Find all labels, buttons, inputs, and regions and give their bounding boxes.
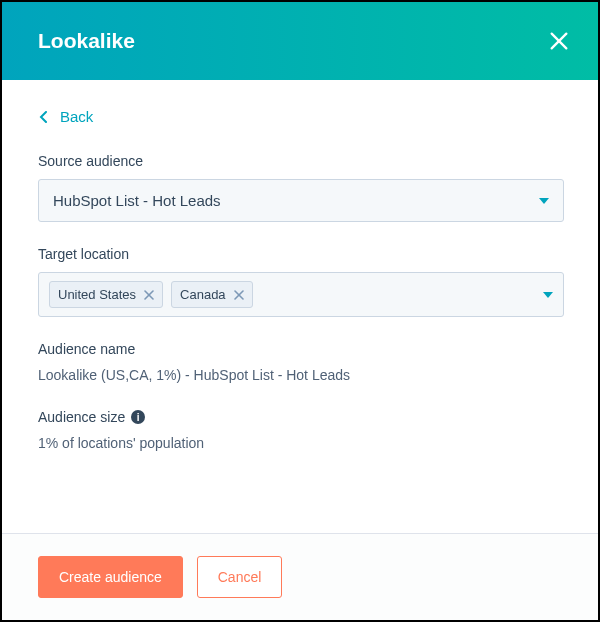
audience-name-value: Lookalike (US,CA, 1%) - HubSpot List - H… (38, 367, 564, 383)
chevron-down-icon (539, 198, 549, 204)
audience-size-label: Audience size (38, 409, 125, 425)
target-location-chips: United States Canada (49, 281, 253, 308)
cancel-button[interactable]: Cancel (197, 556, 283, 598)
back-link[interactable]: Back (38, 108, 93, 125)
modal-header: Lookalike (2, 2, 598, 80)
chip-remove-icon[interactable] (234, 290, 244, 300)
chevron-down-icon (543, 292, 553, 298)
target-location-label: Target location (38, 246, 564, 262)
audience-size-value: 1% of locations' population (38, 435, 564, 451)
source-audience-label: Source audience (38, 153, 564, 169)
modal-title: Lookalike (38, 29, 135, 53)
source-audience-value: HubSpot List - Hot Leads (53, 192, 221, 209)
target-location-select[interactable]: United States Canada (38, 272, 564, 317)
chevron-left-icon (38, 111, 50, 123)
modal-content: Back Source audience HubSpot List - Hot … (2, 80, 598, 533)
chip-remove-icon[interactable] (144, 290, 154, 300)
audience-name-label: Audience name (38, 341, 564, 357)
chip-label: Canada (180, 287, 226, 302)
close-icon[interactable] (548, 30, 570, 52)
chip-canada: Canada (171, 281, 253, 308)
chip-label: United States (58, 287, 136, 302)
create-audience-button[interactable]: Create audience (38, 556, 183, 598)
audience-size-label-row: Audience size i (38, 409, 564, 425)
source-audience-select[interactable]: HubSpot List - Hot Leads (38, 179, 564, 222)
back-label: Back (60, 108, 93, 125)
chip-united-states: United States (49, 281, 163, 308)
modal-footer: Create audience Cancel (2, 533, 598, 620)
info-icon[interactable]: i (131, 410, 145, 424)
